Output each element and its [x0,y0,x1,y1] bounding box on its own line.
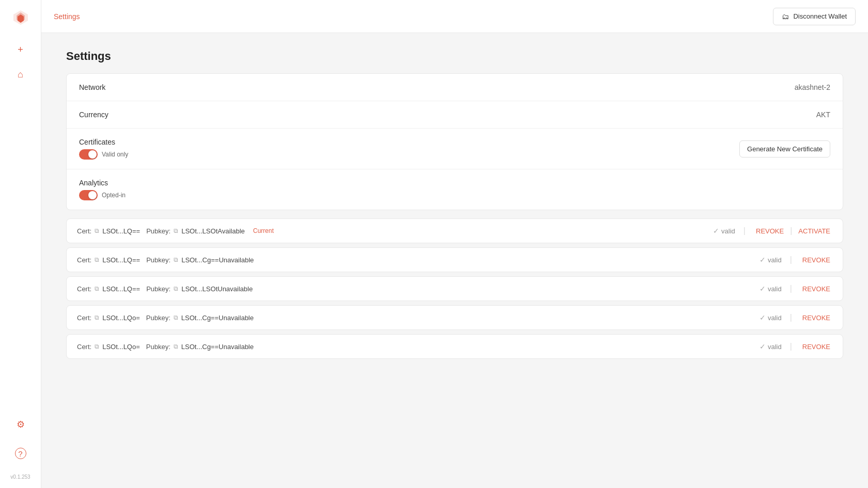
pubkey-copy-icon[interactable]: ⧉ [174,343,178,350]
disconnect-wallet-button[interactable]: 🗂 Disconnect Wallet [773,8,856,25]
status-action-divider: | [790,342,792,351]
topbar-title: Settings [54,12,80,21]
currency-value: AKT [816,111,830,119]
valid-label: valid [768,256,782,264]
help-icon: ? [15,448,26,459]
status-action-divider: | [743,226,746,235]
cert-actions: REVOKE [800,343,832,351]
pubkey-label: Pubkey: [146,256,171,264]
pubkey-copy-icon[interactable]: ⧉ [174,314,178,321]
cert-value: LSOt...LQ== [102,227,140,235]
cert-value: LSOt...LQo= [102,314,140,322]
pubkey-label: Pubkey: [146,285,171,293]
cert-value: LSOt...LQ== [102,256,140,264]
pubkey-value: LSOt...LSOtAvailable [181,227,245,235]
settings-card: Network akashnet-2 Currency AKT Certific… [66,73,843,210]
check-icon: ✓ [760,313,766,322]
certificates-list: Cert: ⧉ LSOt...LQ== Pubkey: ⧉ LSOt...LSO… [66,218,843,363]
cert-copy-icon[interactable]: ⧉ [95,256,99,263]
pubkey-label: Pubkey: [146,314,171,322]
pubkey-value: LSOt...Cg==Unavailable [181,343,254,351]
topbar: Settings 🗂 Disconnect Wallet [41,0,868,33]
cert-list-item: Cert: ⧉ LSOt...LQ== Pubkey: ⧉ LSOt...LSO… [66,218,843,243]
cert-copy-icon[interactable]: ⧉ [95,227,99,234]
sidebar-item-add[interactable]: + [10,39,31,60]
main-content: Settings Network akashnet-2 Currency AKT… [41,33,868,488]
pubkey-value: LSOt...LSOtUnavailable [181,285,253,293]
cert-field: Cert: ⧉ LSOt...LQ== [77,227,140,235]
pubkey-copy-icon[interactable]: ⧉ [174,256,178,263]
settings-row-currency: Currency AKT [67,101,843,129]
sidebar: + ⌂ ⚙ ? v0.1.253 [0,0,41,488]
cert-revoke-button[interactable]: REVOKE [800,343,832,351]
cert-revoke-button[interactable]: REVOKE [800,314,832,322]
cert-status: ✓ valid [713,227,735,235]
valid-label: valid [768,314,782,322]
cert-value: LSOt...LQo= [102,343,140,351]
current-badge: Current [253,227,274,234]
cert-copy-icon[interactable]: ⧉ [95,285,99,292]
check-icon: ✓ [713,227,719,235]
pubkey-copy-icon[interactable]: ⧉ [174,285,178,292]
valid-label: valid [721,227,735,235]
cert-field: Cert: ⧉ LSOt...LQ== [77,285,140,293]
cert-copy-icon[interactable]: ⧉ [95,314,99,321]
cert-label: Cert: [77,314,91,322]
certificates-label: Certificates [79,138,128,146]
cert-label: Cert: [77,227,91,235]
cert-actions: REVOKE|ACTIVATE [754,226,832,235]
cert-label: Cert: [77,285,91,293]
cert-field: Cert: ⧉ LSOt...LQo= [77,314,140,322]
cert-list-item: Cert: ⧉ LSOt...LQo= Pubkey: ⧉ LSOt...Cg=… [66,305,843,330]
sidebar-item-home[interactable]: ⌂ [10,64,31,85]
gear-icon: ⚙ [17,419,25,430]
network-label: Network [79,83,105,91]
plus-icon: + [18,44,23,55]
cert-value: LSOt...LQ== [102,285,140,293]
settings-row-certificates: Certificates Valid only Generate New Cer… [67,129,843,169]
pubkey-copy-icon[interactable]: ⧉ [174,227,178,234]
cert-revoke-button[interactable]: REVOKE [754,227,786,235]
logo[interactable] [11,8,30,29]
cert-revoke-button[interactable]: REVOKE [800,256,832,264]
pubkey-field: Pubkey: ⧉ LSOt...Cg==Unavailable [146,314,254,322]
status-action-divider: | [790,284,792,293]
analytics-toggle-label: Opted-in [102,192,126,199]
analytics-toggle[interactable] [79,190,98,200]
check-icon: ✓ [760,256,766,264]
cert-label: Cert: [77,343,91,351]
check-icon: ✓ [760,342,766,351]
generate-certificate-button[interactable]: Generate New Certificate [739,140,830,158]
action-divider: | [790,226,792,235]
check-icon: ✓ [760,285,766,293]
cert-field: Cert: ⧉ LSOt...LQo= [77,343,140,351]
home-icon: ⌂ [18,69,23,80]
cert-label: Cert: [77,256,91,264]
cert-list-item: Cert: ⧉ LSOt...LQo= Pubkey: ⧉ LSOt...Cg=… [66,334,843,359]
pubkey-field: Pubkey: ⧉ LSOt...LSOtAvailable [146,227,245,235]
cert-actions: REVOKE [800,314,832,322]
pubkey-field: Pubkey: ⧉ LSOt...Cg==Unavailable [146,256,254,264]
sidebar-item-help[interactable]: ? [10,443,31,464]
status-action-divider: | [790,313,792,322]
certificates-toggle-label: Valid only [102,151,128,158]
cert-copy-icon[interactable]: ⧉ [95,343,99,350]
cert-actions: REVOKE [800,285,832,293]
pubkey-field: Pubkey: ⧉ LSOt...Cg==Unavailable [146,343,254,351]
pubkey-value: LSOt...Cg==Unavailable [181,256,254,264]
network-value: akashnet-2 [795,83,830,91]
cert-revoke-button[interactable]: REVOKE [800,285,832,293]
wallet-icon: 🗂 [782,12,789,21]
cert-status: ✓ valid [760,313,782,322]
status-action-divider: | [790,255,792,264]
settings-row-analytics: Analytics Opted-in [67,169,843,210]
pubkey-value: LSOt...Cg==Unavailable [181,314,254,322]
sidebar-item-settings[interactable]: ⚙ [10,414,31,435]
cert-activate-button[interactable]: ACTIVATE [796,227,832,235]
valid-label: valid [768,343,782,351]
pubkey-label: Pubkey: [146,227,171,235]
cert-list-item: Cert: ⧉ LSOt...LQ== Pubkey: ⧉ LSOt...LSO… [66,276,843,301]
analytics-label: Analytics [79,179,126,187]
certificates-toggle[interactable] [79,149,98,160]
cert-field: Cert: ⧉ LSOt...LQ== [77,256,140,264]
